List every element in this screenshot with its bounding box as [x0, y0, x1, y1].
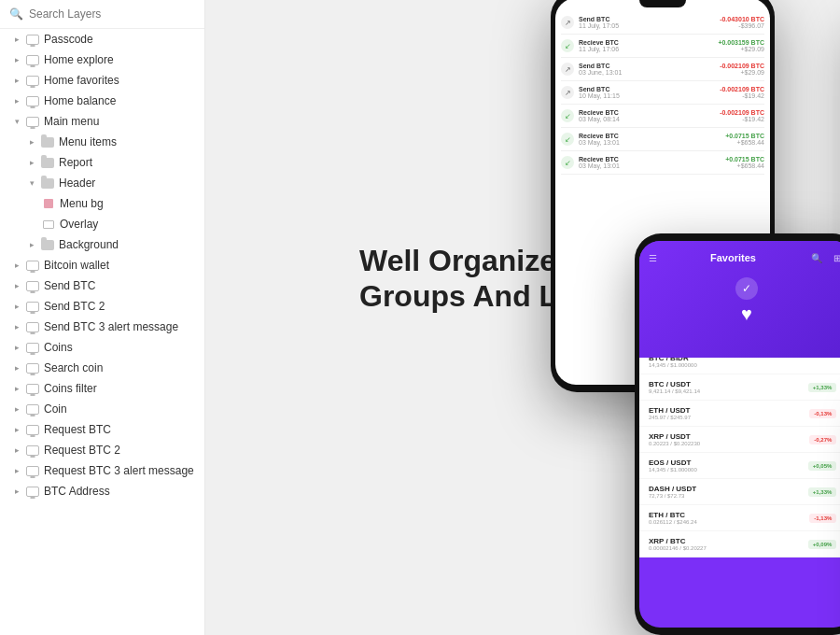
layer-label: Header [59, 176, 197, 190]
fav-item-left: XRP / BTC 0.00002146 / $0.20227 [649, 537, 707, 551]
chevron-icon: ▾ [12, 117, 21, 126]
screen-icon [26, 33, 39, 46]
screen-icon [26, 53, 39, 66]
layer-label: Home favorites [44, 74, 197, 87]
search-input[interactable] [29, 7, 195, 21]
layer-item-passcode[interactable]: ▸ Passcode [0, 29, 204, 49]
folder-icon [41, 238, 54, 251]
tx-left: ↗ Send BTC 10 May, 11:15 [561, 86, 620, 99]
transaction-item: ↙ Recieve BTC 03 May, 13:01 +0.0715 BTC … [561, 151, 764, 175]
layer-item-home-explore[interactable]: ▸ Home explore [0, 49, 204, 70]
fav-badge: +1,33% [808, 383, 837, 392]
fav-item-left: ETH / USDT 245.97 / $245.97 [649, 406, 691, 420]
fav-item-left: XRP / USDT 0.20223 / $0.202230 [649, 432, 700, 446]
fav-item: DASH / USDT 72,73 / $72.73 +1,33% ≡ [639, 479, 840, 505]
rect-icon [42, 218, 55, 231]
layer-item-header[interactable]: ▾ Header [0, 173, 204, 193]
layer-item-background[interactable]: ▸ Background [0, 234, 204, 255]
tx-usd: +$29.09 [720, 69, 764, 76]
layer-item-coins-filter[interactable]: ▸ Coins filter [0, 378, 204, 399]
fav-item: XRP / BTC 0.00002146 / $0.20227 +0,09% ≡ [639, 531, 840, 557]
layer-item-menu-items[interactable]: ▸ Menu items [0, 132, 204, 152]
tx-date: 03 May, 13:01 [579, 139, 620, 146]
layer-item-main-menu[interactable]: ▾ Main menu [0, 111, 204, 132]
layers-panel: 🔍 ▸ Passcode ▸ Home explore ▸ Home favor… [0, 0, 205, 635]
layer-item-btc-address[interactable]: ▸ BTC Address [0, 481, 204, 501]
layer-item-overlay[interactable]: Overlay [0, 214, 204, 234]
tx-title: Recieve BTC [579, 133, 620, 139]
fav-item-right: +0,09% ≡ [808, 540, 840, 549]
chevron-icon: ▸ [12, 384, 21, 393]
grid-icon-fav[interactable]: ⊞ [830, 250, 840, 265]
layer-item-send-btc-3-alert[interactable]: ▸ Send BTC 3 alert message [0, 317, 204, 337]
screen-icon [26, 279, 39, 292]
tx-date: 10 May, 11:15 [579, 92, 620, 99]
chevron-icon: ▸ [12, 281, 21, 290]
layer-label: BTC Address [44, 485, 197, 498]
fav-price: 14,345 / $1.000000 [649, 362, 697, 368]
fav-list: BTC / BIDR 14,345 / $1.000000 ≡ BTC / US… [639, 348, 840, 557]
chevron-icon: ▸ [27, 158, 36, 167]
folder-icon [41, 176, 54, 190]
layer-label: Overlay [60, 218, 197, 231]
layer-item-menu-bg[interactable]: Menu bg [0, 193, 204, 214]
tx-arrow-icon: ↗ [561, 63, 574, 76]
tx-crypto: -0.002109 BTC [720, 109, 764, 116]
layer-item-home-balance[interactable]: ▸ Home balance [0, 91, 204, 111]
fav-header-top: ☰ Favorites 🔍 ⊞ [649, 250, 840, 265]
fav-title: Favorites [710, 252, 756, 263]
fav-badge: +1,33% [808, 487, 837, 497]
fav-badge: -0,13% [809, 409, 836, 418]
chevron-icon: ▸ [12, 363, 21, 373]
fav-item-left: ETH / BTC 0.026112 / $246.24 [649, 511, 697, 525]
layer-label: Menu bg [60, 197, 197, 210]
search-icon-fav[interactable]: 🔍 [809, 250, 824, 265]
transaction-item: ↙ Recieve BTC 11 July, 17:06 +0.003159 B… [561, 35, 764, 58]
tx-crypto: +0.0715 BTC [725, 133, 764, 139]
layer-label: Bitcoin wallet [44, 259, 197, 272]
layer-label: Report [59, 156, 197, 169]
tx-crypto: -0.002109 BTC [720, 86, 764, 92]
layer-item-coin[interactable]: ▸ Coin [0, 399, 204, 419]
transaction-list: ↗ Send BTC 11 July, 17:05 -0.043010 BTC … [555, 7, 770, 178]
layer-item-request-btc-2[interactable]: ▸ Request BTC 2 [0, 440, 204, 460]
tx-arrow-icon: ↗ [561, 16, 574, 29]
fav-price: 0.026112 / $246.24 [649, 519, 697, 525]
fav-pair: XRP / USDT [649, 432, 700, 441]
screen-icon [26, 361, 39, 374]
tx-title: Recieve BTC [579, 156, 620, 162]
fav-pair: ETH / USDT [649, 406, 691, 415]
search-bar[interactable]: 🔍 [0, 0, 204, 29]
chevron-icon: ▸ [12, 76, 21, 85]
layer-label: Search coin [44, 361, 197, 374]
tx-title: Send BTC [579, 16, 619, 22]
layer-item-report[interactable]: ▸ Report [0, 152, 204, 173]
layer-label: Send BTC 2 [44, 300, 197, 313]
tx-info: Recieve BTC 11 July, 17:06 [579, 39, 619, 52]
layer-item-coins[interactable]: ▸ Coins [0, 337, 204, 358]
layer-item-send-btc[interactable]: ▸ Send BTC [0, 275, 204, 296]
layer-item-bitcoin-wallet[interactable]: ▸ Bitcoin wallet [0, 255, 204, 275]
layer-item-request-btc-3-alert[interactable]: ▸ Request BTC 3 alert message [0, 460, 204, 481]
layer-item-search-coin[interactable]: ▸ Search coin [0, 358, 204, 378]
search-icon: 🔍 [9, 7, 23, 21]
layer-label: Menu items [59, 135, 197, 148]
layer-item-send-btc-2[interactable]: ▸ Send BTC 2 [0, 296, 204, 317]
layer-item-home-favorites[interactable]: ▸ Home favorites [0, 70, 204, 91]
fav-pair: XRP / BTC [649, 537, 707, 545]
screen-icon [26, 300, 39, 313]
fav-price: 0.20223 / $0.202230 [649, 441, 700, 446]
fav-item-right: +1,33% ≡ [808, 383, 840, 392]
tx-crypto: +0.0715 BTC [725, 156, 764, 162]
chevron-icon: ▸ [12, 343, 21, 352]
screen-icon [26, 341, 39, 354]
screen-icon [26, 259, 39, 272]
layer-label: Home explore [44, 53, 197, 66]
layer-item-request-btc[interactable]: ▸ Request BTC [0, 419, 204, 440]
phone-container: ↗ Send BTC 11 July, 17:05 -0.043010 BTC … [205, 0, 840, 635]
fav-pair: ETH / BTC [649, 511, 697, 519]
tx-date: 03 June, 13:01 [579, 69, 622, 76]
fav-pair: EOS / USDT [649, 459, 697, 467]
chevron-icon: ▸ [12, 322, 21, 332]
chevron-icon: ▸ [27, 137, 36, 147]
